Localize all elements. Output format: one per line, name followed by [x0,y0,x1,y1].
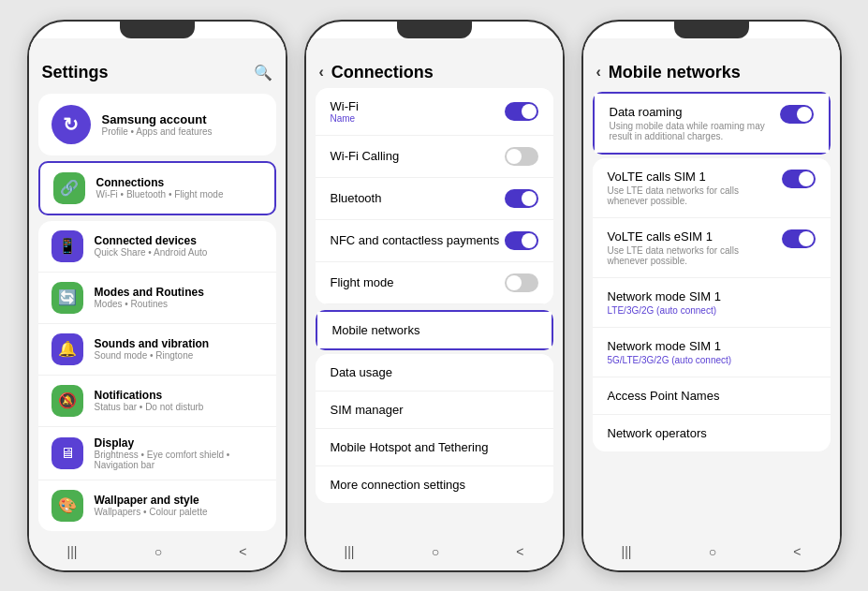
settings-content: ↻ Samsung account Profile • Apps and fea… [29,88,286,539]
mobile-networks-highlighted[interactable]: Mobile networks [316,310,553,350]
modes-main: Modes and Routines [95,286,204,299]
network-mode-sim1-main: Network mode SIM 1 [608,289,721,303]
flight-item[interactable]: Flight mode [316,262,553,304]
notch-2 [397,22,472,38]
wificalling-item[interactable]: Wi-Fi Calling [316,136,553,178]
connected-devices-item[interactable]: 📱 Connected devices Quick Share • Androi… [38,221,276,273]
phone-3: ‹ Mobile networks Data roaming Using mob… [581,20,842,572]
bluetooth-main: Bluetooth [331,191,382,205]
nfc-item[interactable]: NFC and contactless payments [316,220,553,262]
network-operators-text: Network operators [608,426,707,440]
connected-devices-text: Connected devices Quick Share • Android … [95,234,208,258]
data-usage-text: Data usage [331,365,393,379]
data-usage-main: Data usage [331,365,393,379]
display-item[interactable]: 🖥 Display Brightness • Eye comfort shiel… [38,427,276,480]
wificalling-main: Wi-Fi Calling [331,149,400,163]
phone-2: ‹ Connections Wi-Fi Name Wi-Fi Calling [304,20,565,572]
connected-devices-icon: 📱 [51,230,83,262]
bottom-nav-1: ||| ○ < [29,537,286,539]
back-arrow-3[interactable]: ‹ [596,64,601,81]
mobile-networks-item[interactable]: Mobile networks [317,312,552,348]
hotspot-item[interactable]: Mobile Hotspot and Tethering [316,429,553,466]
notifications-item[interactable]: 🔕 Notifications Status bar • Do not dist… [38,376,276,427]
wifi-item[interactable]: Wi-Fi Name [316,88,553,136]
volte-sim1-item[interactable]: VoLTE calls SIM 1 Use LTE data networks … [593,158,831,218]
nfc-main: NFC and contactless payments [331,233,500,247]
volte-sim1-toggle[interactable] [782,170,816,188]
sounds-item[interactable]: 🔔 Sounds and vibration Sound mode • Ring… [38,324,276,376]
mobile-networks-content: Data roaming Using mobile data while roa… [583,88,840,539]
nfc-text: NFC and contactless payments [331,233,500,247]
notifications-sub: Status bar • Do not disturb [95,402,204,412]
network-mode-sim1-link: LTE/3G/2G (auto connect) [608,305,721,316]
network-mode-sim1-5g-link: 5G/LTE/3G/2G (auto connect) [608,355,732,365]
modes-sub: Modes • Routines [95,299,204,309]
status-bar-1 [29,38,286,57]
sounds-icon: 🔔 [51,333,83,365]
network-operators-item[interactable]: Network operators [593,415,831,451]
more-conn-main: More connection settings [331,478,466,492]
sounds-sub: Sound mode • Ringtone [95,350,210,361]
wificalling-toggle[interactable] [505,147,538,166]
volte-esim1-text: VoLTE calls eSIM 1 Use LTE data networks… [608,229,774,266]
phone-1: Settings 🔍 ↻ Samsung account Profile • A… [27,20,287,572]
screen-3: ‹ Mobile networks Data roaming Using mob… [583,38,840,539]
wallpaper-sub: Wallpapers • Colour palette [95,507,208,517]
modes-text: Modes and Routines Modes • Routines [95,286,204,309]
wifi-sub: Name [331,113,359,124]
search-icon[interactable]: 🔍 [254,64,272,81]
connections-icon: 🔗 [53,172,85,204]
modes-item[interactable]: 🔄 Modes and Routines Modes • Routines [38,273,276,324]
data-roaming-toggle[interactable] [780,105,814,124]
settings-title: Settings [42,63,109,82]
samsung-account-title: Samsung account [102,112,213,126]
connected-devices-sub: Quick Share • Android Auto [95,247,208,258]
wifi-toggle[interactable] [505,102,538,121]
connections-header: ‹ Connections [306,57,563,88]
data-usage-item[interactable]: Data usage [316,354,553,392]
volte-esim1-item[interactable]: VoLTE calls eSIM 1 Use LTE data networks… [593,218,831,278]
hotspot-text: Mobile Hotspot and Tethering [331,440,489,454]
bottom-nav-2: ||| ○ < [306,537,563,539]
data-roaming-item[interactable]: Data roaming Using mobile data while roa… [595,94,829,153]
status-bar-3 [583,38,840,57]
network-mode-sim1-5g-main: Network mode SIM 1 [608,339,732,353]
mobile-networks-text: Mobile networks [332,323,420,337]
network-mode-sim1-item[interactable]: Network mode SIM 1 LTE/3G/2G (auto conne… [593,278,831,328]
connected-devices-main: Connected devices [95,234,208,247]
connections-text: Connections Wi-Fi • Bluetooth • Flight m… [96,176,224,199]
apn-item[interactable]: Access Point Names [593,377,831,415]
connections-main: Connections [96,176,224,189]
notifications-main: Notifications [95,389,204,402]
volte-esim1-toggle[interactable] [782,229,816,248]
nfc-toggle[interactable] [505,231,538,250]
network-mode-sim1-text: Network mode SIM 1 LTE/3G/2G (auto conne… [608,289,721,316]
connections-title: Connections [331,63,434,82]
bluetooth-item[interactable]: Bluetooth [316,178,553,220]
samsung-account-card[interactable]: ↻ Samsung account Profile • Apps and fea… [38,94,276,155]
sim-manager-item[interactable]: SIM manager [316,392,553,429]
connections-item-highlighted[interactable]: 🔗 Connections Wi-Fi • Bluetooth • Flight… [38,161,276,215]
wallpaper-icon: 🎨 [51,490,83,522]
display-icon: 🖥 [51,437,83,469]
data-roaming-highlighted[interactable]: Data roaming Using mobile data while roa… [593,92,831,155]
connections-sub: Wi-Fi • Bluetooth • Flight mode [96,189,224,199]
network-mode-sim1-5g-item[interactable]: Network mode SIM 1 5G/LTE/3G/2G (auto co… [593,328,831,377]
connections-content: Wi-Fi Name Wi-Fi Calling Bluetooth [306,88,563,539]
data-roaming-main: Data roaming [610,105,772,119]
bluetooth-toggle[interactable] [505,189,538,208]
sim-manager-text: SIM manager [331,403,404,417]
screen-2: ‹ Connections Wi-Fi Name Wi-Fi Calling [306,38,563,539]
volte-esim1-main: VoLTE calls eSIM 1 [608,229,774,244]
notifications-text: Notifications Status bar • Do not distur… [95,389,204,412]
back-arrow-2[interactable]: ‹ [319,64,324,81]
notifications-icon: 🔕 [51,385,83,417]
mobile-networks-main: Mobile networks [332,323,420,337]
bottom-nav-3: ||| ○ < [583,537,840,539]
data-roaming-text: Data roaming Using mobile data while roa… [610,105,772,141]
wallpaper-item[interactable]: 🎨 Wallpaper and style Wallpapers • Colou… [38,480,276,531]
volte-esim1-sub: Use LTE data networks for calls whenever… [608,245,774,266]
flight-toggle[interactable] [505,273,538,292]
more-conn-item[interactable]: More connection settings [316,466,553,503]
plain-connections-list: Data usage SIM manager Mobile Hotspot an… [316,354,553,503]
